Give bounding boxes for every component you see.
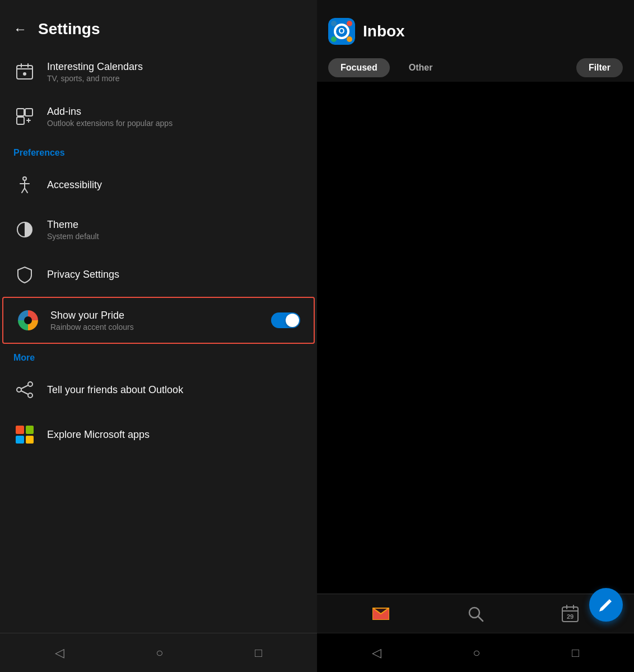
settings-item-privacy[interactable]: Privacy Settings xyxy=(0,252,317,297)
theme-text: Theme System default xyxy=(47,219,304,241)
svg-line-33 xyxy=(478,617,483,621)
inbox-title: Inbox xyxy=(363,22,405,40)
share-icon xyxy=(13,379,36,401)
recents-nav-button[interactable]: □ xyxy=(255,646,262,660)
home-nav-button[interactable]: ○ xyxy=(156,646,163,660)
theme-icon xyxy=(13,218,36,241)
addins-text: Add-ins Outlook extensions for popular a… xyxy=(47,106,304,128)
inbox-tabs: Focused Other Filter xyxy=(317,54,634,82)
settings-item-addins[interactable]: Add-ins Outlook extensions for popular a… xyxy=(0,94,317,139)
pride-toggle[interactable] xyxy=(271,312,300,328)
svg-line-13 xyxy=(22,188,25,193)
outlook-logo: O xyxy=(328,18,355,45)
addins-icon xyxy=(13,105,36,128)
right-back-button[interactable]: ◁ xyxy=(372,646,381,660)
tell-friends-text: Tell your friends about Outlook xyxy=(47,384,304,396)
svg-point-30 xyxy=(331,21,337,26)
svg-text:29: 29 xyxy=(567,613,574,620)
tab-other[interactable]: Other xyxy=(397,58,445,77)
right-system-nav: ◁ ○ □ xyxy=(317,633,634,672)
settings-header: ← Settings xyxy=(0,0,317,49)
accessibility-text: Accessibility xyxy=(47,179,304,191)
back-nav-button[interactable]: ◁ xyxy=(55,646,64,660)
filter-button[interactable]: Filter xyxy=(576,58,623,77)
preferences-section-header: Preferences xyxy=(0,139,317,162)
calendar-icon xyxy=(13,60,36,83)
accessibility-icon xyxy=(13,174,36,196)
svg-point-10 xyxy=(23,177,26,180)
svg-point-19 xyxy=(17,388,21,392)
svg-rect-5 xyxy=(17,109,24,116)
svg-point-4 xyxy=(23,72,26,76)
more-section-header: More xyxy=(0,344,317,367)
inbox-panel: O Inbox Focused Other Filter xyxy=(317,0,634,672)
toggle-knob xyxy=(286,314,299,327)
calendar-nav-button[interactable]: 29 xyxy=(561,605,579,623)
settings-item-theme[interactable]: Theme System default xyxy=(0,207,317,252)
search-nav-button[interactable] xyxy=(467,605,484,623)
settings-item-calendars[interactable]: Interesting Calendars TV, sports, and mo… xyxy=(0,49,317,94)
svg-point-20 xyxy=(28,393,32,398)
compose-fab-button[interactable] xyxy=(589,588,623,622)
svg-point-28 xyxy=(331,36,337,42)
pride-text: Show your Pride Rainbow accent colours xyxy=(50,310,260,332)
settings-title: Settings xyxy=(38,20,100,38)
left-bottom-nav: ◁ ○ □ xyxy=(0,633,317,672)
settings-panel: ← Settings Interesting Calendars TV, spo… xyxy=(0,0,317,672)
svg-point-29 xyxy=(347,36,352,42)
microsoft-logo-icon xyxy=(13,423,36,446)
right-app-nav: 29 xyxy=(317,594,634,633)
svg-rect-7 xyxy=(17,117,24,124)
svg-line-22 xyxy=(21,391,28,394)
right-recents-button[interactable]: □ xyxy=(572,646,579,660)
inbox-header: O Inbox xyxy=(317,0,634,54)
explore-ms-text: Explore Microsoft apps xyxy=(47,429,304,441)
svg-point-17 xyxy=(24,316,32,324)
settings-item-explore-ms[interactable]: Explore Microsoft apps xyxy=(0,412,317,457)
svg-point-27 xyxy=(347,21,352,26)
pride-rainbow-icon xyxy=(17,309,39,332)
privacy-text: Privacy Settings xyxy=(47,269,304,281)
back-button[interactable]: ← xyxy=(13,21,27,37)
settings-item-pride[interactable]: Show your Pride Rainbow accent colours xyxy=(2,297,315,344)
svg-point-18 xyxy=(28,382,32,386)
svg-line-21 xyxy=(21,385,28,389)
inbox-body xyxy=(317,82,634,594)
calendars-text: Interesting Calendars TV, sports, and mo… xyxy=(47,61,304,83)
svg-rect-6 xyxy=(25,109,32,116)
tab-focused[interactable]: Focused xyxy=(328,58,390,77)
right-home-button[interactable]: ○ xyxy=(473,646,480,660)
settings-list: Interesting Calendars TV, sports, and mo… xyxy=(0,49,317,633)
svg-text:O: O xyxy=(339,26,345,35)
settings-item-tell-friends[interactable]: Tell your friends about Outlook xyxy=(0,367,317,412)
settings-item-accessibility[interactable]: Accessibility xyxy=(0,162,317,207)
mail-nav-button[interactable] xyxy=(372,605,390,623)
svg-line-14 xyxy=(25,188,27,193)
shield-icon xyxy=(13,263,36,286)
